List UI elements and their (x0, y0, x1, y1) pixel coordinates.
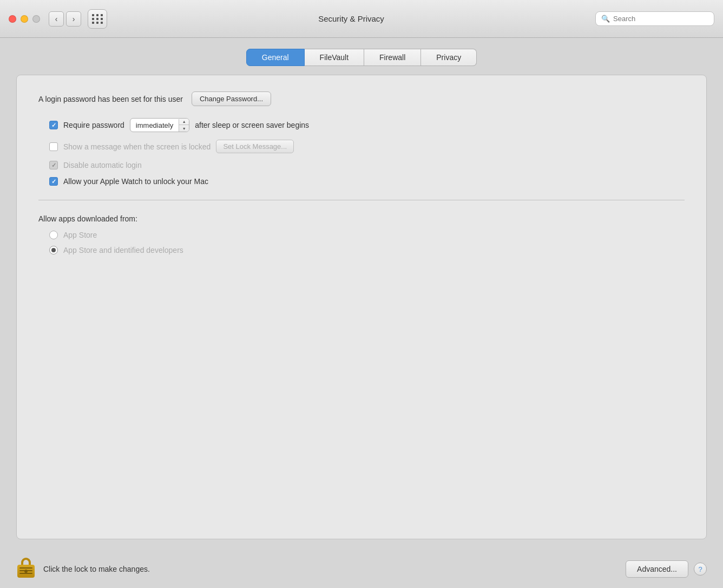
titlebar: ‹ › Security & Privacy 🔍 (0, 0, 723, 38)
lock-shackle (21, 558, 31, 565)
radio-app-store-identified-label: App Store and identified developers (63, 246, 183, 254)
change-password-button[interactable]: Change Password... (192, 92, 271, 106)
disable-autologin-checkbox[interactable]: ✓ (49, 161, 58, 169)
nav-back-button[interactable]: ‹ (49, 11, 64, 27)
lock-text: Click the lock to make changes. (43, 565, 150, 573)
traffic-lights (9, 15, 40, 23)
main-content: General FileVault Firewall Privacy A log… (0, 38, 723, 550)
apple-watch-checkmark-icon: ✓ (51, 178, 56, 185)
lock-lines (17, 565, 35, 577)
back-icon: ‹ (55, 15, 58, 23)
stepper-arrows[interactable]: ▲ ▼ (179, 119, 189, 132)
bottom-right: Advanced... ? (626, 560, 707, 578)
disable-autologin-row: ✓ Disable automatic login (49, 161, 685, 169)
stepper-up-arrow[interactable]: ▲ (179, 119, 189, 125)
help-button[interactable]: ? (694, 563, 707, 576)
lock-section: Click the lock to make changes. (16, 558, 150, 580)
tab-general[interactable]: General (246, 49, 305, 66)
checkmark-gray-icon: ✓ (51, 162, 56, 169)
lock-line (19, 570, 32, 571)
show-message-label: Show a message when the screen is locked (63, 142, 211, 151)
apple-watch-row: ✓ Allow your Apple Watch to unlock your … (49, 177, 685, 186)
apple-watch-label: Allow your Apple Watch to unlock your Ma… (63, 177, 208, 186)
radio-app-store-identified[interactable] (49, 246, 58, 254)
require-password-label: Require password (63, 121, 124, 129)
search-icon: 🔍 (601, 15, 610, 23)
forward-icon: › (73, 15, 75, 23)
tab-bar: General FileVault Firewall Privacy (16, 49, 707, 66)
apple-watch-checkbox[interactable]: ✓ (49, 177, 58, 186)
radio-app-store-label: App Store (63, 231, 97, 239)
lock-line (19, 573, 32, 574)
nav-buttons: ‹ › (49, 11, 81, 27)
grid-icon (92, 14, 103, 24)
tab-filevault[interactable]: FileVault (305, 49, 364, 66)
radio-group: App Store App Store and identified devel… (38, 231, 685, 254)
lock-line (19, 567, 32, 569)
set-lock-message-button[interactable]: Set Lock Message... (216, 140, 294, 153)
window-title: Security & Privacy (114, 14, 589, 23)
search-box[interactable]: 🔍 (595, 11, 714, 26)
options-section: ✓ Require password immediately ▲ ▼ after… (38, 118, 685, 186)
advanced-button[interactable]: Advanced... (626, 560, 688, 578)
stepper-value: immediately (130, 119, 179, 132)
stepper-down-arrow[interactable]: ▼ (179, 125, 189, 132)
downloads-label: Allow apps downloaded from: (38, 214, 685, 223)
radio-app-store[interactable] (49, 231, 58, 239)
lock-body (17, 565, 35, 578)
tab-privacy[interactable]: Privacy (421, 49, 477, 66)
lock-icon[interactable] (16, 558, 36, 580)
disable-autologin-label: Disable automatic login (63, 161, 142, 169)
radio-selected-dot (51, 248, 56, 252)
require-password-stepper[interactable]: immediately ▲ ▼ (130, 118, 189, 132)
password-row: A login password has been set for this u… (38, 92, 685, 106)
radio-app-store-identified-row: App Store and identified developers (49, 246, 685, 254)
require-password-checkbox[interactable]: ✓ (49, 121, 58, 129)
show-message-row: Show a message when the screen is locked… (49, 140, 685, 153)
content-panel: A login password has been set for this u… (16, 75, 707, 539)
nav-forward-button[interactable]: › (66, 11, 81, 27)
bottom-bar: Click the lock to make changes. Advanced… (0, 550, 723, 588)
show-message-checkbox[interactable] (49, 142, 58, 151)
search-input[interactable] (613, 15, 708, 23)
password-label: A login password has been set for this u… (38, 95, 183, 103)
radio-app-store-row: App Store (49, 231, 685, 239)
section-divider (38, 200, 685, 200)
checkmark-icon: ✓ (51, 122, 56, 129)
minimize-button[interactable] (21, 15, 28, 23)
close-button[interactable] (9, 15, 16, 23)
downloads-section: Allow apps downloaded from: App Store Ap… (38, 214, 685, 254)
require-password-row: ✓ Require password immediately ▲ ▼ after… (49, 118, 685, 132)
require-password-suffix: after sleep or screen saver begins (195, 121, 309, 129)
maximize-button[interactable] (32, 15, 40, 23)
tab-firewall[interactable]: Firewall (364, 49, 421, 66)
grid-view-button[interactable] (88, 9, 107, 29)
